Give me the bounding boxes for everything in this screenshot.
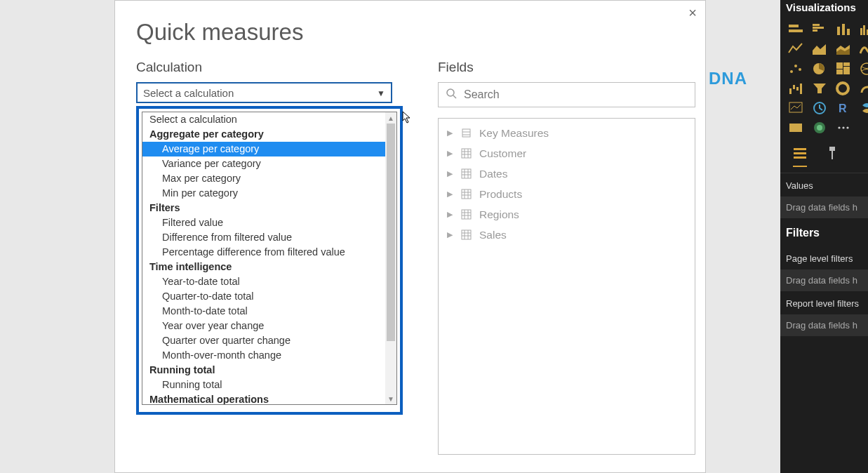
page-level-filters-label: Page level filters [780, 246, 868, 269]
python-visual-icon[interactable] [859, 100, 868, 116]
search-icon [446, 88, 457, 102]
fields-tool-icon[interactable] [793, 147, 807, 167]
donut-icon[interactable] [835, 81, 852, 96]
treemap-icon[interactable] [835, 61, 852, 76]
calculation-group-header: Mathematical operations [142, 392, 385, 404]
svg-rect-49 [836, 62, 843, 69]
svg-point-66 [838, 126, 840, 128]
calculation-column: Calculation Select a calculation ▼ Selec… [136, 60, 403, 455]
calculation-select-value: Select a calculation [143, 87, 234, 99]
clustered-column-icon[interactable] [859, 22, 868, 37]
table-icon[interactable] [787, 120, 804, 135]
fields-list: ▶Key Measures▶Customer▶Dates▶Products▶Re… [438, 118, 695, 455]
card-icon[interactable] [811, 100, 828, 116]
calculation-option[interactable]: Difference from filtered value [142, 230, 385, 245]
page-level-filters-dropzone[interactable]: Drag data fields h [780, 269, 868, 291]
filters-header: Filters [780, 218, 868, 246]
format-tool-icon[interactable] [825, 147, 839, 167]
calculation-option[interactable]: Quarter-to-date total [142, 289, 385, 304]
scroll-thumb[interactable] [387, 124, 395, 341]
svg-rect-36 [842, 24, 845, 35]
calculation-dropdown[interactable]: Select a calculationAggregate per catego… [142, 112, 397, 405]
svg-rect-71 [794, 156, 806, 159]
arcgis-icon[interactable] [811, 120, 828, 135]
svg-rect-52 [836, 69, 843, 74]
calculation-option[interactable]: Running total [142, 378, 385, 392]
svg-line-1 [453, 95, 456, 98]
calculation-option[interactable]: Year-to-date total [142, 274, 385, 289]
line-chart-icon[interactable] [787, 41, 804, 57]
calculation-option[interactable]: Year over year change [142, 319, 385, 333]
svg-rect-38 [860, 28, 862, 35]
calculation-option[interactable]: Max per category [142, 171, 385, 186]
chevron-right-icon: ▶ [447, 230, 454, 239]
more-icon[interactable] [835, 120, 852, 135]
ribbon-chart-icon[interactable] [859, 41, 868, 57]
field-table-row[interactable]: ▶Dates [444, 164, 689, 184]
field-table-row[interactable]: ▶Key Measures [444, 123, 689, 143]
calculation-option[interactable]: Average per category [142, 142, 385, 156]
svg-point-47 [799, 68, 801, 71]
svg-rect-57 [800, 84, 802, 94]
svg-marker-58 [813, 84, 826, 93]
svg-rect-34 [813, 29, 817, 32]
dialog-title: Quick measures [136, 19, 684, 46]
fields-search[interactable] [438, 82, 695, 107]
visualization-icon-grid: R [780, 19, 868, 142]
table-icon [461, 209, 472, 220]
fields-label: Fields [438, 60, 695, 75]
map-icon[interactable] [859, 61, 868, 76]
field-table-row[interactable]: ▶Customer [444, 143, 689, 164]
report-level-filters-dropzone[interactable]: Drag data fields h [780, 314, 868, 336]
calculation-option-placeholder[interactable]: Select a calculation [142, 112, 385, 127]
field-table-row[interactable]: ▶Sales [444, 225, 689, 245]
scroll-down-icon[interactable]: ▼ [385, 393, 396, 404]
calculation-option[interactable]: Quarter over quarter change [142, 333, 385, 348]
fields-search-input[interactable] [464, 88, 688, 101]
svg-point-67 [842, 126, 844, 128]
svg-point-68 [846, 126, 848, 128]
clustered-bar-icon[interactable] [811, 22, 828, 37]
stacked-column-icon[interactable] [835, 22, 852, 37]
field-table-name: Key Measures [479, 127, 549, 140]
pie-chart-icon[interactable] [811, 61, 828, 76]
chevron-right-icon: ▶ [447, 169, 454, 178]
dropdown-scrollbar[interactable]: ▲ ▼ [385, 112, 396, 404]
svg-rect-37 [847, 29, 850, 35]
calculation-select[interactable]: Select a calculation ▼ [136, 82, 392, 103]
svg-point-65 [817, 125, 822, 131]
svg-point-59 [837, 83, 848, 94]
close-icon[interactable]: × [688, 5, 697, 21]
gauge-icon[interactable] [859, 81, 868, 96]
table-icon [461, 168, 472, 179]
calculation-option[interactable]: Filtered value [142, 215, 385, 230]
svg-rect-2 [462, 129, 470, 137]
area-chart-icon[interactable] [811, 41, 828, 57]
calculation-option[interactable]: Percentage difference from filtered valu… [142, 245, 385, 260]
svg-rect-70 [794, 152, 806, 154]
svg-rect-31 [789, 29, 803, 32]
svg-rect-51 [843, 67, 850, 74]
svg-rect-30 [789, 25, 799, 27]
r-visual-icon[interactable]: R [835, 100, 852, 116]
calculation-option[interactable]: Min per category [142, 186, 385, 201]
svg-rect-15 [462, 189, 471, 199]
calculation-option[interactable]: Month-to-date total [142, 304, 385, 319]
field-table-row[interactable]: ▶Regions [444, 204, 689, 225]
svg-rect-32 [813, 24, 820, 26]
funnel-icon[interactable] [811, 81, 828, 96]
stacked-area-icon[interactable] [835, 41, 852, 57]
values-dropzone[interactable]: Drag data fields h [780, 196, 868, 218]
waterfall-icon[interactable] [787, 81, 804, 96]
scroll-up-icon[interactable]: ▲ [385, 112, 396, 124]
chevron-right-icon: ▶ [447, 128, 454, 138]
svg-rect-33 [813, 27, 824, 29]
stacked-bar-icon[interactable] [787, 22, 804, 37]
svg-point-53 [861, 63, 868, 74]
kpi-icon[interactable] [787, 100, 804, 116]
scatter-chart-icon[interactable] [787, 61, 804, 76]
calculation-option[interactable]: Month-over-month change [142, 348, 385, 363]
svg-rect-10 [462, 169, 471, 178]
calculation-option[interactable]: Variance per category [142, 156, 385, 171]
field-table-row[interactable]: ▶Products [444, 184, 689, 204]
